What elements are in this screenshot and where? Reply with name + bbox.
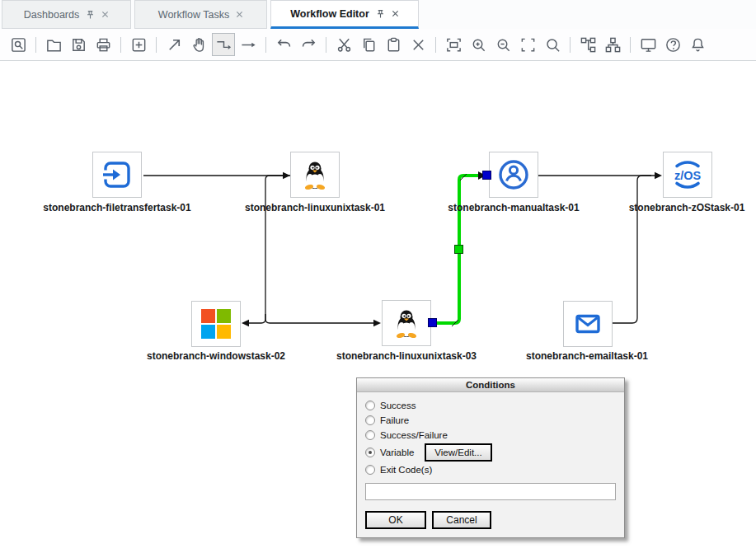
edge-source-endpoint[interactable]: [428, 318, 437, 327]
radio-success-failure[interactable]: [365, 430, 375, 440]
edge-email-to-zos: [612, 176, 651, 323]
task-label: stonebranch-zOStask-01: [629, 202, 745, 213]
undo-icon[interactable]: [272, 33, 295, 56]
option-success-failure[interactable]: Success/Failure: [365, 428, 616, 443]
copy-icon[interactable]: [357, 33, 380, 56]
workflow-editor-app: Dashboards Workflow Tasks Workflow Edito…: [0, 0, 756, 553]
tab-workflow-editor[interactable]: Workflow Editor: [270, 0, 419, 29]
edge-linux01-to-windows02: [249, 176, 290, 323]
file-transfer-icon: [101, 158, 134, 191]
monitor-icon[interactable]: [636, 33, 660, 56]
zoom-out-icon[interactable]: [491, 33, 514, 56]
pin-icon[interactable]: [86, 10, 95, 20]
editor-toolbar: [0, 29, 756, 61]
close-icon[interactable]: [101, 11, 109, 18]
option-success[interactable]: Success: [365, 398, 616, 413]
toolbar-separator: [265, 37, 266, 53]
ok-button[interactable]: OK: [365, 511, 426, 529]
tab-dashboards[interactable]: Dashboards: [2, 0, 131, 29]
preview-icon[interactable]: [7, 33, 30, 56]
task-node-email[interactable]: [563, 301, 613, 347]
task-label: stonebranch-linuxunixtask-01: [245, 202, 385, 213]
bell-icon[interactable]: [686, 33, 709, 56]
task-label: stonebranch-filetransfertask-01: [43, 202, 190, 213]
toolbar-separator: [120, 37, 121, 53]
task-label: stonebranch-emailtask-01: [526, 350, 648, 362]
tab-workflow-tasks-label: Workflow Tasks: [158, 9, 229, 21]
view-edit-button[interactable]: View/Edit...: [425, 443, 491, 462]
arrowhead: [373, 320, 381, 327]
save-icon[interactable]: [67, 33, 90, 56]
tab-workflow-tasks[interactable]: Workflow Tasks: [134, 0, 267, 29]
straight-arrow-icon[interactable]: [237, 33, 260, 56]
arrow-up-right-icon[interactable]: [162, 33, 185, 56]
search-icon[interactable]: [541, 33, 564, 56]
help-icon[interactable]: [661, 33, 684, 56]
option-variable-label: Variable: [380, 448, 414, 457]
edge-midpoint-handle[interactable]: [454, 245, 463, 254]
radio-failure[interactable]: [365, 415, 375, 425]
manual-task-person-icon: [496, 157, 531, 192]
tab-bar: Dashboards Workflow Tasks Workflow Edito…: [0, 0, 756, 29]
edge-target-endpoint[interactable]: [482, 171, 491, 180]
open-folder-icon[interactable]: [42, 33, 65, 56]
toolbar-separator: [156, 37, 157, 53]
toolbar-separator: [35, 37, 36, 53]
actual-size-icon[interactable]: [516, 33, 539, 56]
task-label: stonebranch-manualtask-01: [448, 202, 579, 213]
task-node-manual[interactable]: [489, 152, 538, 198]
toolbar-separator: [326, 37, 326, 53]
paste-icon[interactable]: [382, 33, 405, 56]
layout-vertical-icon[interactable]: [601, 33, 624, 56]
conditions-dialog: Conditions Success Failure Success/Failu…: [356, 377, 625, 538]
tab-dashboards-label: Dashboards: [24, 9, 79, 21]
task-label: stonebranch-windowstask-02: [147, 350, 285, 362]
close-icon[interactable]: [236, 11, 243, 18]
svg-text:z/OS: z/OS: [674, 169, 702, 182]
arrowhead: [283, 172, 290, 180]
delete-icon[interactable]: [406, 33, 430, 56]
task-node-zos[interactable]: z/OS: [663, 152, 712, 198]
toolbar-separator: [435, 37, 436, 53]
radio-success[interactable]: [365, 401, 375, 410]
option-success-failure-label: Success/Failure: [380, 430, 448, 440]
tab-workflow-editor-label: Workflow Editor: [290, 8, 369, 20]
option-exit-codes[interactable]: Exit Code(s): [365, 462, 616, 477]
toolbar-separator: [570, 37, 571, 53]
option-success-label: Success: [380, 401, 416, 410]
task-node-linux03[interactable]: [382, 300, 431, 346]
task-node-windows[interactable]: [191, 301, 241, 347]
task-node-filetransfer[interactable]: [92, 152, 142, 198]
email-envelope-icon: [571, 307, 604, 340]
add-icon[interactable]: [127, 33, 150, 56]
arrowhead: [655, 172, 662, 180]
cancel-button[interactable]: Cancel: [432, 511, 491, 529]
linux-tux-icon: [390, 307, 423, 340]
option-failure[interactable]: Failure: [365, 413, 616, 428]
exit-codes-input[interactable]: [365, 483, 616, 500]
pin-icon[interactable]: [376, 9, 385, 19]
cut-icon[interactable]: [332, 33, 355, 56]
connector-tool-icon[interactable]: [212, 33, 235, 56]
print-icon[interactable]: [92, 33, 115, 56]
toolbar-separator: [630, 37, 631, 53]
option-exit-codes-label: Exit Code(s): [380, 465, 432, 475]
pan-hand-icon[interactable]: [187, 33, 210, 56]
radio-exit-codes[interactable]: [365, 465, 375, 475]
redo-icon[interactable]: [297, 33, 320, 56]
zos-icon: z/OS: [669, 158, 706, 191]
windows-logo-icon: [200, 308, 232, 340]
radio-variable[interactable]: [365, 448, 375, 457]
dialog-body: Success Failure Success/Failure Variable…: [357, 392, 624, 537]
task-node-linux01[interactable]: [290, 152, 340, 198]
option-variable[interactable]: Variable View/Edit...: [365, 443, 616, 462]
layout-horizontal-icon[interactable]: [576, 33, 599, 56]
close-icon[interactable]: [392, 10, 399, 17]
zoom-in-icon[interactable]: [467, 33, 490, 56]
edge-linux01-to-linux03: [265, 314, 373, 323]
arrowhead: [242, 320, 249, 327]
task-label: stonebranch-linuxunixtask-03: [336, 350, 477, 362]
dialog-title[interactable]: Conditions: [357, 378, 624, 392]
fit-page-icon[interactable]: [442, 33, 465, 56]
dialog-buttons: OK Cancel: [365, 511, 616, 529]
